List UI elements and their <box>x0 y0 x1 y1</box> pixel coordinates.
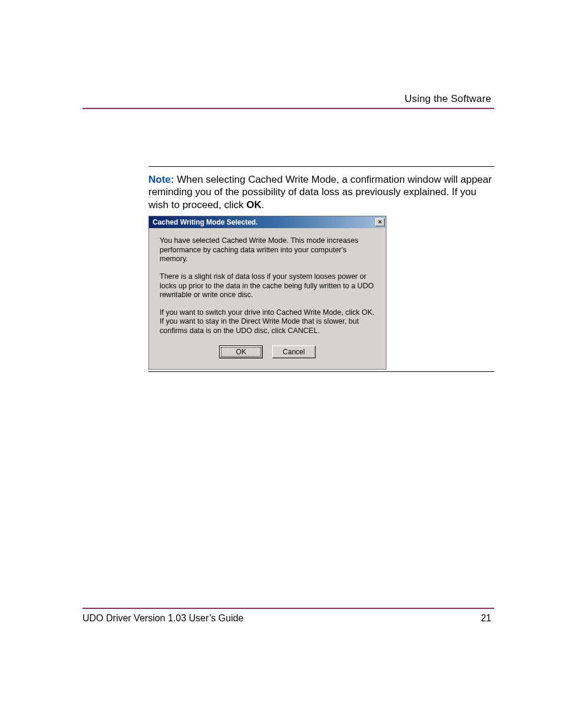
note-top-rule <box>148 166 494 167</box>
ok-button[interactable]: OK <box>219 345 263 358</box>
header-rule <box>82 108 494 109</box>
dialog-paragraph-2: There is a slight risk of data loss if y… <box>160 272 375 300</box>
cancel-button[interactable]: Cancel <box>272 345 316 358</box>
dialog-titlebar[interactable]: Cached Writing Mode Selected. × <box>149 216 386 228</box>
dialog-body: You have selected Cached Write Mode. Thi… <box>149 228 386 369</box>
note-paragraph: Note: When selecting Cached Write Mode, … <box>148 173 494 211</box>
close-icon[interactable]: × <box>375 218 385 226</box>
note-text-1: When selecting Cached Write Mode, a conf… <box>148 174 492 210</box>
note-label: Note: <box>148 174 174 185</box>
dialog-paragraph-1: You have selected Cached Write Mode. Thi… <box>160 236 375 264</box>
note-bottom-rule <box>148 371 494 372</box>
running-header: Using the Software <box>405 93 491 105</box>
note-ok-word: OK <box>246 199 262 210</box>
dialog-paragraph-3: If you want to switch your drive into Ca… <box>160 308 375 336</box>
dialog-title: Cached Writing Mode Selected. <box>153 218 257 226</box>
confirmation-dialog: Cached Writing Mode Selected. × You have… <box>148 216 386 370</box>
footer-guide-title: UDO Driver Version 1.03 User’s Guide <box>82 613 243 624</box>
page-number: 21 <box>481 613 491 624</box>
document-page: Using the Software Note: When selecting … <box>0 0 562 728</box>
footer-rule <box>82 608 494 609</box>
dialog-button-row: OK Cancel <box>160 345 375 360</box>
note-text-2: . <box>262 199 265 210</box>
